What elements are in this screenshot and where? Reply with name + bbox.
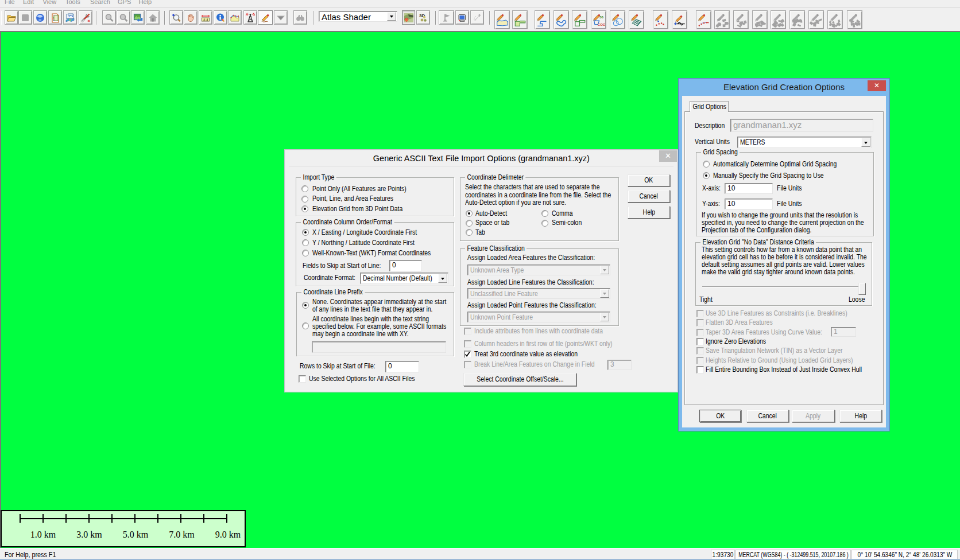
svg-text:36: 36 xyxy=(599,15,603,18)
svg-text:COGO: COGO xyxy=(597,22,605,26)
